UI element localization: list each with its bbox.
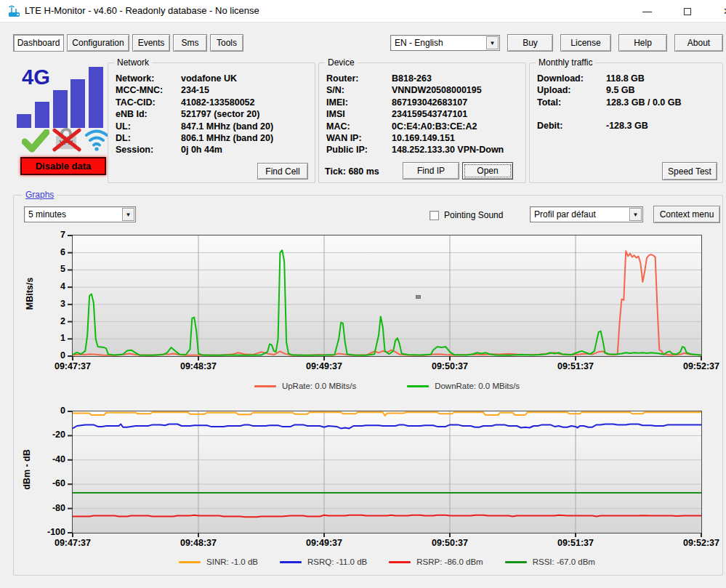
y-tick-label: 7 (35, 230, 65, 240)
language-select[interactable]: EN - English ▼ (390, 35, 500, 51)
language-selected-value: EN - English (395, 38, 443, 48)
chevron-down-icon[interactable]: ▼ (486, 36, 499, 49)
y-tick-label: 0 (35, 406, 65, 416)
about-button[interactable]: About (674, 34, 723, 52)
signal-bar (89, 67, 103, 128)
throughput-chart: 0123456709:47:3709:48:3709:49:3709:50:37… (72, 235, 702, 357)
legend-item: RSRP: -86.0 dBm (389, 557, 483, 566)
series-line (73, 515, 701, 517)
info-row: Network:vodafone UK (116, 73, 273, 84)
pointing-sound-option: Pointing Sound (429, 210, 503, 220)
legend-item: SINR: -1.0 dB (179, 557, 258, 566)
y-tick-label: -20 (35, 430, 65, 440)
radio-legend: SINR: -1.0 dBRSRQ: -11.0 dBRSRP: -86.0 d… (72, 557, 702, 566)
y-tick-label: 1 (35, 333, 65, 343)
graphs-group-title[interactable]: Graphs (23, 190, 57, 200)
window-title: LTE H-Monitor - v4.60 - Readonly databas… (25, 5, 259, 16)
tab-configuration[interactable]: Configuration (67, 34, 129, 52)
series-line (73, 251, 701, 355)
legend-label: UpRate: 0.0 MBits/s (282, 382, 356, 390)
info-row: Total:128.3 GB / 0.0 GB (537, 97, 682, 108)
chevron-down-icon[interactable]: ▼ (629, 208, 642, 221)
graphs-group: Graphs 5 minutes ▼ Pointing Sound Profil… (13, 195, 723, 576)
info-row: IMEI:867193042683107 (326, 97, 504, 108)
help-button[interactable]: Help (618, 34, 667, 52)
info-row: Session:0j 0h 44m (116, 144, 273, 156)
device-group-title: Device (325, 57, 358, 68)
time-range-selected-value: 5 minutes (28, 209, 66, 220)
y-tick-label: -80 (35, 503, 65, 513)
y-tick-label: 0 (35, 350, 65, 361)
cursor-artifact (416, 295, 421, 299)
signal-panel: 4G VPN Disable data (6, 64, 108, 180)
x-tick-label: 09:47:37 (42, 361, 103, 371)
maximize-icon (684, 8, 691, 15)
y-tick-label: 4 (35, 281, 65, 291)
legend-swatch-icon (254, 385, 276, 387)
info-row: eNB Id:521797 (sector 20) (116, 108, 273, 120)
tab-tools[interactable]: Tools (210, 34, 243, 52)
title-bar: LTE H-Monitor - v4.60 - Readonly databas… (0, 0, 726, 23)
pointing-sound-checkbox[interactable] (429, 211, 439, 220)
check-icon (22, 129, 49, 153)
info-row: Public IP:148.252.133.30 VPN-Down (326, 144, 504, 156)
x-tick-label: 09:47:37 (42, 538, 103, 548)
minimize-button[interactable]: — (631, 0, 664, 23)
signal-bar (70, 79, 85, 128)
x-tick-label: 09:49:37 (294, 538, 355, 548)
info-row: MAC:0C:E4:A0:B3:CE:A2 (326, 121, 504, 132)
info-row: IMSI234159543747101 (326, 108, 504, 120)
signal-bar (35, 102, 49, 128)
open-button[interactable]: Open (462, 162, 513, 180)
time-range-select[interactable]: 5 minutes ▼ (24, 206, 136, 222)
legend-label: DownRate: 0.0 MBits/s (435, 382, 520, 390)
monthly-traffic-group: Monthly traffic Download:118.8 GB Upload… (529, 63, 723, 183)
radio-y-axis-label: dBm - dB (22, 440, 32, 499)
speed-test-button[interactable]: Speed Test (662, 162, 717, 180)
info-row: Router:B818-263 (326, 73, 504, 84)
tick-label: Tick: 680 ms (325, 166, 379, 177)
info-row: S/N:VNNDW20508000195 (326, 84, 504, 96)
network-group-title: Network (114, 57, 152, 68)
close-button[interactable]: ✕ (711, 0, 726, 23)
maximize-button[interactable] (671, 0, 703, 23)
vpn-lock-icon: VPN (54, 128, 80, 153)
series-line (73, 424, 701, 429)
find-cell-button[interactable]: Find Cell (257, 163, 308, 180)
license-button[interactable]: License (560, 34, 611, 52)
profile-select[interactable]: Profil par défaut ▼ (530, 206, 643, 222)
buy-button[interactable]: Buy (507, 34, 553, 52)
x-tick-label: 09:52:37 (671, 538, 726, 548)
network-info: Network:vodafone UK MCC-MNC:234-15 TAC-C… (116, 73, 273, 156)
y-tick-label: -60 (35, 478, 65, 488)
app-icon (7, 4, 21, 18)
chevron-down-icon[interactable]: ▼ (122, 208, 134, 221)
y-tick-label: 6 (35, 247, 65, 257)
disable-data-button[interactable]: Disable data (20, 157, 106, 175)
x-tick-label: 09:49:37 (294, 361, 355, 371)
tab-sms[interactable]: Sms (173, 34, 207, 52)
signal-bars-icon (17, 67, 105, 128)
y-tick-label: 2 (35, 316, 65, 326)
find-ip-button[interactable]: Find IP (403, 162, 459, 180)
y-tick-label: 5 (35, 264, 65, 274)
context-menu-button[interactable]: Context menu (653, 206, 720, 223)
tab-dashboard[interactable]: Dashboard (13, 34, 64, 52)
x-tick-label: 09:52:37 (671, 361, 726, 371)
tab-events[interactable]: Events (132, 34, 170, 52)
device-group: Device Router:B818-263 S/N:VNNDW20508000… (318, 63, 526, 183)
x-tick-label: 09:51:37 (545, 538, 606, 548)
legend-swatch-icon (280, 561, 302, 563)
legend-swatch-icon (505, 561, 527, 563)
throughput-y-axis-label: MBits/s (25, 265, 35, 323)
throughput-legend: UpRate: 0.0 MBits/sDownRate: 0.0 MBits/s (72, 382, 702, 390)
legend-swatch-icon (179, 561, 201, 563)
x-tick-label: 09:51:37 (545, 361, 606, 371)
y-tick-label: -40 (35, 454, 65, 464)
network-group: Network Network:vodafone UK MCC-MNC:234-… (108, 63, 315, 183)
info-row: Debit:-128.3 GB (537, 120, 682, 132)
info-row: DL:806.1 MHhz (band 20) (116, 132, 273, 144)
legend-item: UpRate: 0.0 MBits/s (254, 382, 356, 390)
header-right: EN - English ▼ Buy License Help About (390, 34, 723, 52)
x-tick-label: 09:48:37 (168, 361, 229, 371)
